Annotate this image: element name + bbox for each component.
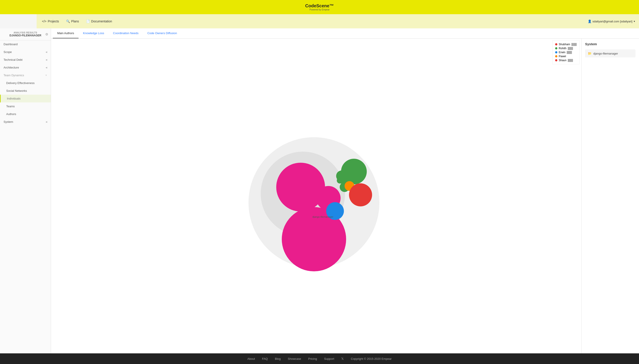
chevron-down-icon: ▼ <box>45 74 47 76</box>
user-icon: 👤 <box>588 20 591 23</box>
svg-point-15 <box>349 183 372 206</box>
legend-item-erwin: Erwin ███ <box>555 50 577 54</box>
sidebar-item-social-networks[interactable]: Social Networks <box>0 87 51 95</box>
bubble-chart-svg: django-filemanager <box>241 118 392 274</box>
sidebar-item-individuals[interactable]: Individuals <box>0 95 51 102</box>
svg-point-3 <box>276 163 325 212</box>
legend-item-pawel: Pawel <box>555 54 577 58</box>
sidebar-item-delivery-effectiveness[interactable]: Delivery Effectiveness <box>0 79 51 87</box>
logo-subtitle: Powered by Empear <box>309 8 330 11</box>
user-menu[interactable]: 👤 sdaityari@gmail.com [sdaityari] ▼ <box>588 20 635 23</box>
sidebar-item-technical-debt[interactable]: Technical Debt ◀ <box>0 56 51 64</box>
legend-panel: Shubham ███ Rohith ███ Erwin ███ <box>552 40 579 64</box>
header-nav: </> Projects 🔍 Plans 📄 Documentation 👤 s… <box>37 14 639 28</box>
header: CodeScene™ Powered by Empear </> Project… <box>0 0 639 28</box>
logo-title: CodeScene™ <box>305 3 334 8</box>
footer-faq[interactable]: FAQ <box>262 357 268 360</box>
tab-main-authors[interactable]: Main Authors <box>53 28 79 38</box>
legend-item-shaun: Shaun ███ <box>555 58 577 62</box>
sidebar-item-system[interactable]: System ◀ <box>0 118 51 126</box>
tabs-bar: Main Authors Knowledge Loss Coordination… <box>51 28 639 38</box>
sidebar-header: ANALYSIS RESULTS DJANGO-FILEMANAGER ⚙ <box>0 28 51 40</box>
chevron-down-icon: ▼ <box>633 20 635 22</box>
sidebar-item-scope[interactable]: Scope ◀ <box>0 48 51 56</box>
legend-dot-pawel <box>555 55 557 58</box>
chevron-icon: ◀ <box>46 120 47 123</box>
gear-icon[interactable]: ⚙ <box>45 32 48 36</box>
tab-code-owners-diffusion[interactable]: Code Owners Diffusion <box>143 28 181 38</box>
plans-nav[interactable]: 🔍 Plans <box>66 20 79 23</box>
legend-dot-rohith <box>555 47 557 50</box>
legend-dot-erwin <box>555 51 557 54</box>
legend-dot-shaun <box>555 59 557 62</box>
legend-item-rohith: Rohith ███ <box>555 46 577 50</box>
footer-about[interactable]: About <box>247 357 255 360</box>
footer-showcase[interactable]: Showcase <box>288 357 301 360</box>
sidebar: ANALYSIS RESULTS DJANGO-FILEMANAGER ⚙ Da… <box>0 28 51 353</box>
sidebar-item-teams[interactable]: Teams <box>0 102 51 110</box>
legend-dot-shubham <box>555 43 557 46</box>
svg-point-12 <box>337 177 343 184</box>
sidebar-item-architecture[interactable]: Architecture ◀ <box>0 64 51 72</box>
sidebar-item-authors[interactable]: Authors <box>0 110 51 118</box>
analysis-results-label: ANALYSIS RESULTS <box>4 32 47 34</box>
system-panel-title: System <box>585 42 635 46</box>
system-item-django[interactable]: 📁 django-filemanager <box>585 50 635 58</box>
documentation-nav[interactable]: 📄 Documentation <box>86 20 112 23</box>
content-body: django-filemanager Shubham ███ Rohith ██… <box>51 38 639 353</box>
plans-icon: 🔍 <box>66 20 70 23</box>
bubble-label: django-filemanager <box>312 216 334 218</box>
doc-icon: 📄 <box>86 20 90 23</box>
folder-icon: 📁 <box>588 52 591 55</box>
sidebar-item-team-dynamics[interactable]: Team Dynamics ▼ <box>0 72 51 79</box>
right-panel: System 📁 django-filemanager <box>581 38 639 353</box>
sidebar-item-dashboard[interactable]: Dashboard <box>0 40 51 48</box>
footer: About FAQ Blog Showcase Pricing Support … <box>0 353 639 364</box>
legend-item-shubham: Shubham ███ <box>555 42 577 46</box>
viz-area: django-filemanager Shubham ███ Rohith ██… <box>51 38 581 353</box>
footer-support[interactable]: Support <box>324 357 334 360</box>
tab-coordination-needs[interactable]: Coordination Needs <box>109 28 143 38</box>
tab-knowledge-loss[interactable]: Knowledge Loss <box>79 28 109 38</box>
code-icon: </> <box>42 20 46 23</box>
project-name-label: DJANGO-FILEMANAGER <box>4 34 47 37</box>
footer-blog[interactable]: Blog <box>275 357 281 360</box>
twitter-icon[interactable]: 𝕏 <box>341 357 344 360</box>
footer-copyright: Copyright © 2015-2020 Empear <box>351 357 392 360</box>
footer-pricing[interactable]: Pricing <box>308 357 317 360</box>
chevron-icon: ◀ <box>46 51 47 53</box>
chevron-icon: ◀ <box>46 66 47 69</box>
chevron-icon: ◀ <box>46 58 47 61</box>
projects-nav[interactable]: </> Projects <box>42 20 59 23</box>
svg-point-7 <box>291 202 296 206</box>
